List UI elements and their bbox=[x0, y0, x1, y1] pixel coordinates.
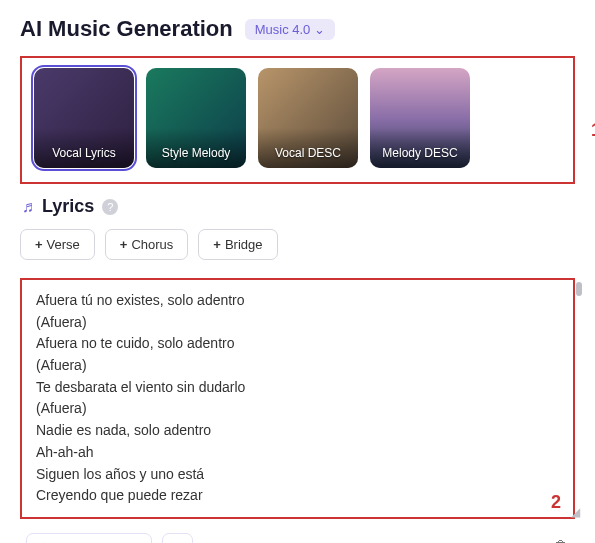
version-selector[interactable]: Music 4.0 ⌄ bbox=[245, 19, 336, 40]
help-icon[interactable]: ? bbox=[102, 199, 118, 215]
page-title: AI Music Generation bbox=[20, 16, 233, 42]
style-card-vocal-lyrics[interactable]: Vocal Lyrics bbox=[34, 68, 134, 168]
style-label: Vocal DESC bbox=[275, 146, 341, 160]
style-card-vocal-desc[interactable]: Vocal DESC bbox=[258, 68, 358, 168]
resize-handle-icon[interactable]: ◢ bbox=[571, 507, 581, 517]
version-label: Music 4.0 bbox=[255, 22, 311, 37]
annotation-1: 1 bbox=[591, 120, 595, 141]
plus-icon: + bbox=[213, 237, 221, 252]
chorus-label: Chorus bbox=[131, 237, 173, 252]
style-card-melody-desc[interactable]: Melody DESC bbox=[370, 68, 470, 168]
shuffle-button[interactable]: ⇄ bbox=[162, 533, 193, 543]
add-verse-button[interactable]: + Verse bbox=[20, 229, 95, 260]
inspired-lyrics-button[interactable]: ✦ Inspired Lyrics bbox=[26, 533, 152, 543]
bridge-label: Bridge bbox=[225, 237, 263, 252]
annotation-2: 2 bbox=[551, 492, 561, 513]
styles-container: Vocal Lyrics Style Melody Vocal DESC Mel… bbox=[20, 56, 575, 184]
verse-label: Verse bbox=[47, 237, 80, 252]
plus-icon: + bbox=[35, 237, 43, 252]
scroll-thumb[interactable] bbox=[576, 282, 582, 296]
chevron-down-icon: ⌄ bbox=[314, 22, 325, 37]
trash-icon[interactable]: 🗑 bbox=[553, 538, 569, 543]
lyrics-textarea[interactable]: Afuera tú no existes, solo adentro (Afue… bbox=[20, 278, 575, 519]
style-label: Melody DESC bbox=[382, 146, 457, 160]
add-chorus-button[interactable]: + Chorus bbox=[105, 229, 189, 260]
style-label: Style Melody bbox=[162, 146, 231, 160]
lyrics-section-title: Lyrics bbox=[42, 196, 94, 217]
lyrics-content: Afuera tú no existes, solo adentro (Afue… bbox=[36, 290, 559, 507]
style-label: Vocal Lyrics bbox=[52, 146, 116, 160]
style-card-style-melody[interactable]: Style Melody bbox=[146, 68, 246, 168]
plus-icon: + bbox=[120, 237, 128, 252]
add-bridge-button[interactable]: + Bridge bbox=[198, 229, 277, 260]
lyrics-icon: ♬ bbox=[22, 198, 34, 216]
scrollbar[interactable] bbox=[575, 278, 583, 519]
